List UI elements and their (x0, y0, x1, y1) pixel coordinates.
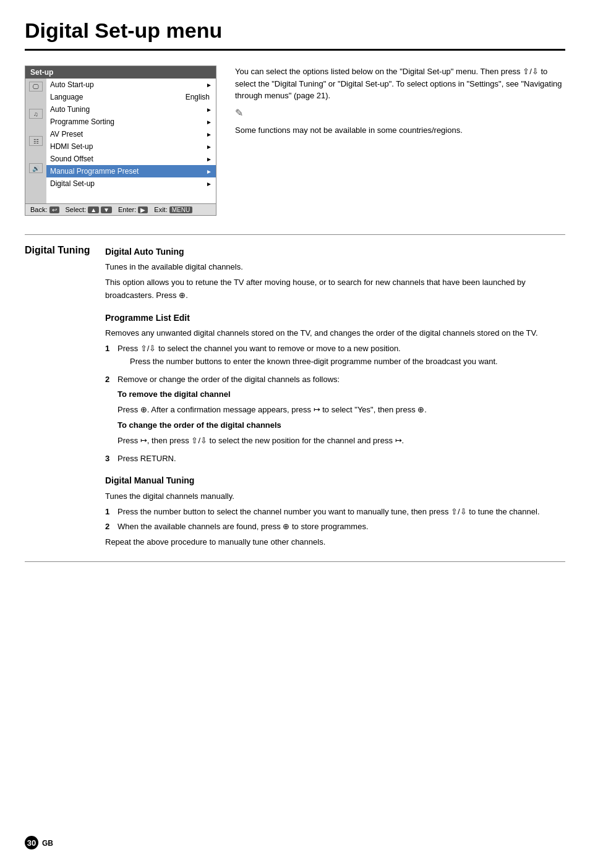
menu-items-list: Auto Start-up ► Language English Auto Tu… (46, 79, 216, 203)
menu-item-label: Manual Programme Preset (50, 167, 206, 176)
menu-item-programme-sorting[interactable]: Programme Sorting ► (46, 116, 216, 128)
menu-body: 🖵 ♫ ☷ 🔊 (25, 79, 216, 203)
description-area: You can select the options listed below … (235, 66, 565, 216)
step-2: 2 Remove or change the order of the digi… (105, 373, 565, 450)
menu-item-auto-startup[interactable]: Auto Start-up ► (46, 79, 216, 91)
arrow-icon: ► (206, 156, 212, 163)
manual-step-2: 2 When the available channels are found,… (105, 521, 565, 534)
arrow-icon: ► (206, 181, 212, 187)
subsection-title-auto-tuning: Digital Auto Tuning (105, 245, 565, 258)
step-content: Remove or change the order of the digita… (118, 373, 565, 450)
exit-control: Exit: MENU (154, 206, 192, 213)
select-control: Select: ▲ ▼ (66, 206, 112, 213)
note-text: Some functions may not be available in s… (235, 124, 565, 137)
enter-label: Enter: (118, 206, 136, 213)
auto-tuning-p2: This option allows you to retune the TV … (105, 276, 565, 302)
description-text: You can select the options listed below … (235, 66, 565, 102)
subsection-title-programme-list-edit: Programme List Edit (105, 311, 565, 325)
page-title: Digital Set-up menu (25, 19, 565, 51)
arrow-icon: ► (206, 143, 212, 150)
menu-item-label: AV Preset (50, 130, 206, 138)
menu-item-language[interactable]: Language English (46, 91, 216, 103)
menu-icon-blank4 (25, 175, 46, 189)
step-number: 1 (105, 506, 114, 519)
back-label: Back: (30, 206, 48, 213)
menu-icon-blank5 (25, 189, 46, 202)
menu-header: Set-up (25, 66, 216, 79)
step-content: Press RETURN. (118, 453, 565, 466)
arrow-icon: ► (206, 131, 212, 138)
sub-title-remove: To remove the digital channel (118, 388, 565, 401)
step-number: 2 (105, 521, 114, 534)
step-3: 3 Press RETURN. (105, 453, 565, 466)
programme-list-steps: 1 Press ⇧/⇩ to select the channel you wa… (105, 343, 565, 465)
enter-button[interactable]: ▶ (138, 206, 148, 213)
digital-manual-p1: Tunes the digital channels manually. (105, 490, 565, 503)
menu-icon-tv: 🖵 (25, 80, 46, 93)
menu-icon-list: ☷ (25, 134, 46, 148)
menu-icon-speaker: 🔊 (25, 161, 46, 175)
select-up-button[interactable]: ▲ (88, 206, 99, 213)
menu-item-sound-offset[interactable]: Sound Offset ► (46, 153, 216, 165)
manual-step-1: 1 Press the number button to select the … (105, 506, 565, 519)
menu-footer: Back: ↩ Select: ▲ ▼ Enter: ▶ Exit: MENU (25, 203, 216, 215)
arrow-icon: ► (206, 168, 212, 175)
section-label-digital-tuning: Digital Tuning (25, 245, 105, 551)
menu-item-label: Auto Tuning (50, 105, 206, 114)
step-number: 1 (105, 343, 114, 371)
menu-item-label: Sound Offset (50, 155, 206, 163)
step-number: 2 (105, 373, 114, 450)
top-section: Set-up 🖵 ♫ ☷ � (25, 66, 565, 216)
digital-manual-steps: 1 Press the number button to select the … (105, 506, 565, 534)
step-content: Press ⇧/⇩ to select the channel you want… (118, 343, 565, 371)
page-suffix: GB (42, 839, 53, 848)
programme-list-p1: Removes any unwanted digital channels st… (105, 327, 565, 340)
select-label: Select: (66, 206, 87, 213)
menu-item-manual-programme-preset[interactable]: Manual Programme Preset ► (46, 165, 216, 177)
content-section-digital-tuning: Digital Tuning Digital Auto Tuning Tunes… (25, 234, 565, 562)
exit-button[interactable]: MENU (169, 206, 192, 213)
menu-icon-blank2 (25, 121, 46, 134)
auto-tuning-p1: Tunes in the available digital channels. (105, 261, 565, 274)
step-1-sub: Press the number buttons to enter the kn… (118, 355, 565, 368)
menu-item-label: Digital Set-up (50, 179, 206, 188)
sub-text-change-order: Press ↦, then press ⇧/⇩ to select the ne… (118, 435, 565, 448)
arrow-icon: ► (206, 82, 212, 88)
menu-item-label: Language (50, 93, 186, 101)
menu-icon-music: ♫ (25, 107, 46, 121)
music-icon: ♫ (29, 109, 43, 119)
menu-item-auto-tuning[interactable]: Auto Tuning ► (46, 103, 216, 116)
menu-item-digital-setup[interactable]: Digital Set-up ► (46, 177, 216, 190)
back-control: Back: ↩ (30, 206, 59, 213)
page-number-badge: 30 (25, 836, 38, 849)
list-icon: ☷ (29, 136, 43, 146)
arrow-icon: ► (206, 119, 212, 126)
page-number-area: 30 GB (25, 836, 53, 849)
menu-item-av-preset[interactable]: AV Preset ► (46, 128, 216, 140)
digital-manual-trailing: Repeat the above procedure to manually t… (105, 536, 565, 549)
back-button[interactable]: ↩ (49, 206, 59, 213)
section-content-digital-tuning: Digital Auto Tuning Tunes in the availab… (105, 245, 565, 551)
menu-item-label: Auto Start-up (50, 80, 206, 89)
step-1: 1 Press ⇧/⇩ to select the channel you wa… (105, 343, 565, 371)
step-content: When the available channels are found, p… (118, 521, 565, 534)
tv-icon: 🖵 (29, 82, 43, 91)
language-value: English (186, 93, 210, 101)
menu-icon-blank1 (25, 93, 46, 107)
menu-item-label: Programme Sorting (50, 117, 206, 126)
step-number: 3 (105, 453, 114, 466)
menu-item-hdmi-setup[interactable]: HDMI Set-up ► (46, 140, 216, 153)
subsection-title-digital-manual-tuning: Digital Manual Tuning (105, 474, 565, 487)
select-down-button[interactable]: ▼ (101, 206, 112, 213)
menu-icons-column: 🖵 ♫ ☷ 🔊 (25, 79, 46, 203)
menu-icon-blank3 (25, 148, 46, 161)
speaker-icon: 🔊 (29, 163, 43, 173)
enter-control: Enter: ▶ (118, 206, 148, 213)
menu-box: Set-up 🖵 ♫ ☷ � (25, 66, 216, 216)
sub-text-remove: Press ⊕. After a confirmation message ap… (118, 404, 565, 417)
menu-item-label: HDMI Set-up (50, 142, 206, 151)
exit-label: Exit: (154, 206, 167, 213)
step-content: Press the number button to select the ch… (118, 506, 565, 519)
sub-title-change-order: To change the order of the digital chann… (118, 419, 565, 432)
arrow-icon: ► (206, 106, 212, 113)
